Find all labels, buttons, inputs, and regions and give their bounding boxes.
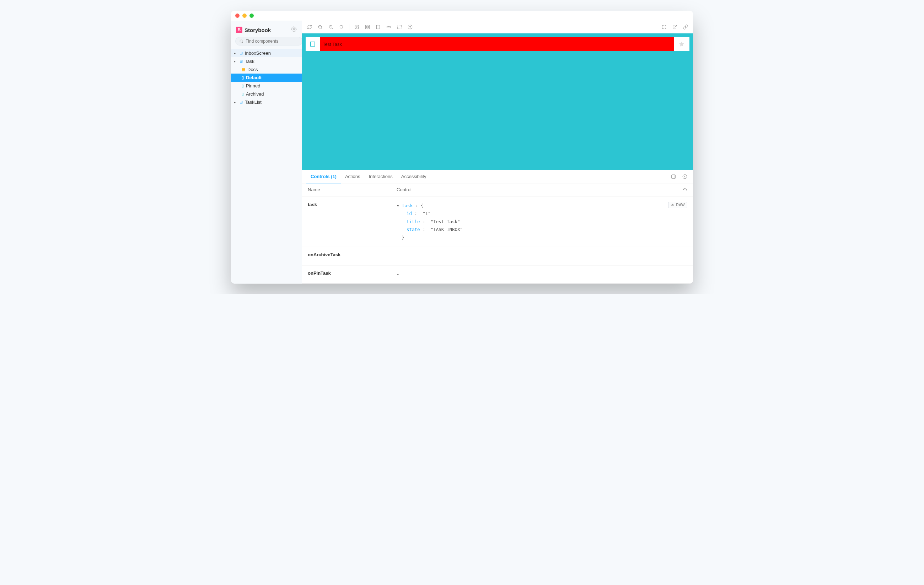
svg-rect-8 [368, 25, 369, 26]
task-title[interactable]: Test Task [320, 37, 674, 51]
svg-point-4 [340, 25, 343, 28]
svg-rect-13 [398, 25, 402, 29]
control-value: - [397, 252, 662, 260]
zoom-out-button[interactable] [327, 23, 335, 31]
svg-rect-16 [672, 175, 676, 178]
tab-actions[interactable]: Actions [341, 170, 365, 183]
outline-button[interactable] [396, 23, 403, 31]
search-input-wrapper[interactable] [235, 37, 303, 46]
sidebar-item-docs[interactable]: ▦ Docs [231, 65, 302, 74]
addon-orientation-button[interactable] [670, 173, 677, 180]
brand[interactable]: S Storybook [236, 26, 271, 33]
component-icon: ⊞ [239, 51, 243, 55]
tab-interactions[interactable]: Interactions [365, 170, 397, 183]
sidebar-item-archived[interactable]: ▯ Archived [231, 90, 302, 98]
story-icon: ▯ [242, 84, 244, 88]
col-control-head: Control [397, 187, 666, 193]
close-window-button[interactable] [235, 13, 239, 18]
story-icon: ▯ [242, 92, 244, 96]
story-icon: ▯ [242, 75, 244, 80]
grid-icon [365, 25, 370, 30]
minimize-window-button[interactable] [243, 13, 247, 18]
json-root-key: task [402, 203, 412, 208]
svg-point-15 [410, 26, 410, 26]
sidebar-item-label: Archived [246, 91, 264, 97]
zoom-out-icon [328, 25, 333, 30]
checkbox-icon [310, 41, 315, 46]
sidebar-item-label: Task [245, 59, 254, 64]
fullscreen-button[interactable] [660, 23, 668, 31]
json-key: id [407, 211, 412, 216]
svg-point-0 [293, 28, 295, 30]
col-reset-head[interactable] [666, 187, 687, 193]
settings-button[interactable] [291, 26, 297, 33]
sidebar-header: S Storybook [231, 24, 302, 37]
raw-toggle-button[interactable]: RAW [668, 202, 687, 208]
control-name: onArchiveTask [308, 252, 397, 257]
sidebar-item-default[interactable]: ▯ Default [231, 74, 302, 82]
star-icon [679, 41, 685, 47]
sidebar-item-label: InboxScreen [245, 50, 271, 56]
search-row: / [231, 37, 302, 49]
chevron-right-icon: ▸ [234, 51, 238, 55]
titlebar [231, 11, 693, 21]
undo-icon [682, 187, 687, 192]
addon-close-button[interactable] [681, 173, 689, 180]
control-row-onarchivetask: onArchiveTask - [302, 247, 693, 266]
remount-button[interactable] [305, 23, 314, 31]
tab-controls[interactable]: Controls (1) [306, 170, 341, 183]
task-title-text: Test Task [323, 41, 342, 47]
zoom-in-icon [318, 25, 323, 30]
app-body: S Storybook / ▸ ⊞ InboxScreen [231, 21, 693, 284]
maximize-window-button[interactable] [249, 13, 254, 18]
svg-rect-9 [366, 27, 367, 29]
svg-rect-7 [366, 25, 367, 26]
outline-icon [397, 25, 402, 30]
sidebar-item-pinned[interactable]: ▯ Pinned [231, 82, 302, 90]
sidebar: S Storybook / ▸ ⊞ InboxScreen [231, 21, 302, 284]
fullscreen-icon [662, 25, 667, 30]
component-icon: ⊞ [239, 59, 243, 64]
sync-icon [307, 25, 312, 30]
a11y-button[interactable] [406, 23, 414, 31]
sidebar-item-task[interactable]: ▾ ⊞ Task [231, 57, 302, 65]
svg-rect-10 [368, 27, 369, 29]
document-icon: ▦ [242, 67, 245, 72]
sidebar-item-tasklist[interactable]: ▸ ⊞ TaskList [231, 98, 302, 106]
chevron-right-icon: ▸ [234, 100, 238, 104]
control-value[interactable]: ▾ task : { id : "1" title : "Test Task" … [397, 202, 662, 242]
canvas: Test Task [302, 33, 693, 170]
addons-panel: Controls (1) Actions Interactions Access… [302, 170, 693, 284]
copy-link-button[interactable] [681, 23, 690, 31]
component-tree: ▸ ⊞ InboxScreen ▾ ⊞ Task ▦ Docs ▯ Defaul… [231, 49, 302, 106]
task-checkbox[interactable] [305, 37, 320, 51]
json-value: "TASK_INBOX" [431, 227, 463, 232]
sidebar-item-label: Pinned [246, 83, 260, 89]
open-new-tab-button[interactable] [671, 23, 679, 31]
zoom-reset-icon [339, 25, 344, 30]
measure-button[interactable] [385, 23, 393, 31]
main-panel: Test Task Controls (1) Actions Interacti… [302, 21, 693, 284]
background-button[interactable] [353, 23, 361, 31]
viewport-icon [376, 25, 381, 30]
chevron-down-icon: ▾ [234, 59, 238, 63]
tab-accessibility[interactable]: Accessibility [397, 170, 431, 183]
search-input[interactable] [246, 39, 299, 44]
link-icon [683, 25, 688, 30]
sidebar-item-inboxscreen[interactable]: ▸ ⊞ InboxScreen [231, 49, 302, 57]
brand-logo-icon: S [236, 26, 243, 33]
addon-tabs: Controls (1) Actions Interactions Access… [302, 170, 693, 183]
zoom-in-button[interactable] [316, 23, 324, 31]
controls-head: Name Control [302, 183, 693, 197]
external-link-icon [672, 25, 677, 30]
control-row-task: task ▾ task : { id : "1" title : "Test T… [302, 197, 693, 247]
viewport-button[interactable] [374, 23, 382, 31]
sidebar-item-label: Docs [248, 67, 258, 72]
json-value: "Test Task" [431, 219, 460, 224]
svg-rect-12 [387, 26, 391, 28]
image-icon [354, 25, 359, 30]
task-pin-button[interactable] [674, 37, 690, 51]
svg-point-1 [240, 40, 243, 42]
grid-button[interactable] [363, 23, 371, 31]
zoom-reset-button[interactable] [338, 23, 345, 31]
